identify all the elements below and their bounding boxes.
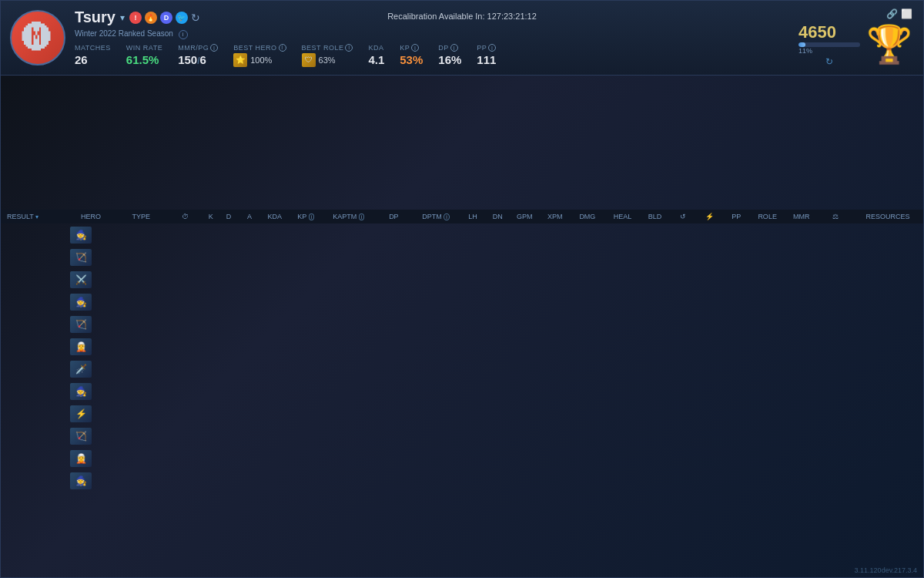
- progress-label: 11%: [798, 47, 860, 55]
- th-kp[interactable]: KP i: [290, 210, 322, 224]
- main-container: × 🅜 Tsury ▾ ! 🔥 D 🐦 ↻ Winter 2022 Ranked…: [0, 0, 924, 578]
- kda-value: 4.1: [368, 53, 384, 66]
- hero-thumbnail: 🏹: [70, 316, 92, 333]
- username: Tsury: [75, 8, 116, 26]
- stat-pp: PP i 111: [477, 44, 496, 66]
- th-d[interactable]: D: [219, 210, 239, 224]
- rank-icons: 🔗 ⬜: [886, 8, 912, 19]
- kp-label: KP i: [400, 44, 423, 52]
- stat-mmr: MMR/PG i 150/6: [178, 44, 218, 66]
- hero-thumbnail: 🧙: [70, 383, 92, 400]
- th-r1[interactable]: ↺: [669, 210, 696, 224]
- table-header-row: RESULT ▾ HERO TYPE ⏱ K D A KDA KP i KAPT…: [1, 210, 923, 224]
- stat-winrate: WIN RATE 61.5%: [126, 44, 162, 66]
- th-dp[interactable]: DP: [375, 210, 412, 224]
- rank-info: 4650 11% ↻: [798, 22, 860, 67]
- mmr-value: 150/6: [178, 53, 218, 66]
- stat-besthero: BEST HERO i ⭐ 100%: [233, 44, 286, 67]
- hero-thumbnail: ⚡: [70, 405, 92, 422]
- th-a[interactable]: A: [239, 210, 260, 224]
- discord-icon: D: [160, 12, 172, 24]
- winrate-value: 61.5%: [126, 53, 162, 66]
- th-pp[interactable]: PP: [723, 210, 750, 224]
- version-info: 3.11.120dev.217.3.4: [855, 566, 917, 574]
- fire-icon: 🔥: [145, 12, 157, 24]
- username-icons: ! 🔥 D 🐦 ↻: [129, 12, 200, 24]
- hero-thumbnail: 🧙: [70, 294, 92, 311]
- alert-icon: !: [129, 12, 142, 24]
- hero-thumbnail: 🧙: [70, 227, 92, 244]
- th-k[interactable]: K: [203, 210, 219, 224]
- rank-number: 4650: [798, 22, 860, 42]
- dropdown-chevron[interactable]: ▾: [120, 12, 125, 23]
- rank-display: 4650 11% ↻ 🏆: [798, 22, 912, 67]
- winrate-label: WIN RATE: [126, 44, 162, 52]
- dp-value: 16%: [438, 53, 461, 66]
- bestrole-value: 🛡 63%: [302, 53, 353, 67]
- hero-thumbnail: 🧝: [70, 450, 92, 467]
- hero-thumbnail: 🗡️: [70, 361, 92, 378]
- bestrole-label: BEST ROLE i: [302, 44, 353, 52]
- th-role[interactable]: ROLE: [750, 210, 785, 224]
- dp-label: DP i: [438, 44, 461, 52]
- stat-bestrole: BEST ROLE i 🛡 63%: [302, 44, 353, 67]
- stat-kda: KDA 4.1: [368, 44, 384, 66]
- besthero-icon: ⭐: [233, 53, 247, 67]
- th-mmr[interactable]: MMR: [785, 210, 819, 224]
- matches-label: MATCHES: [75, 44, 111, 52]
- th-result[interactable]: RESULT ▾: [1, 210, 67, 224]
- hero-thumbnail: 🧝: [70, 338, 92, 355]
- stats-row: MATCHES 26 WIN RATE 61.5% MMR/PG i 150/6: [75, 44, 914, 67]
- recalibration: Recalibration Available In: 127:23:21:12: [387, 12, 537, 21]
- besthero-label: BEST HERO i: [233, 44, 286, 52]
- th-r2[interactable]: ⚡: [696, 210, 723, 224]
- share-icon[interactable]: 🔗: [886, 8, 898, 19]
- th-kda[interactable]: KDA: [259, 210, 290, 224]
- header: 🅜 Tsury ▾ ! 🔥 D 🐦 ↻ Winter 2022 Ranked S…: [1, 1, 923, 76]
- rank-medal: 🏆: [866, 26, 912, 63]
- stat-matches: MATCHES 26: [75, 44, 111, 66]
- hero-thumbnail: 🏹: [70, 249, 92, 266]
- th-heal[interactable]: HEAL: [605, 210, 641, 224]
- bestrole-icon: 🛡: [302, 53, 316, 67]
- embed-icon[interactable]: ⬜: [901, 8, 912, 19]
- season-label: Winter 2022 Ranked Season i: [75, 29, 914, 39]
- twitter-icon: 🐦: [176, 12, 188, 24]
- th-dptm[interactable]: DPTM i: [412, 210, 459, 224]
- stat-dp: DP i 16%: [438, 44, 461, 66]
- mmr-label: MMR/PG i: [178, 44, 218, 52]
- th-lh[interactable]: LH: [460, 210, 487, 224]
- hero-thumbnail: 🧙: [70, 472, 92, 489]
- stat-kp: KP i 53%: [400, 44, 423, 66]
- th-time[interactable]: ⏱: [167, 210, 203, 224]
- hero-thumbnail: ⚔️: [70, 271, 92, 288]
- matches-value: 26: [75, 53, 111, 66]
- th-dmg[interactable]: DMG: [570, 210, 605, 224]
- th-kaptm[interactable]: KAPTM i: [322, 210, 375, 224]
- kda-label: KDA: [368, 44, 384, 52]
- refresh-icon[interactable]: ↻: [191, 12, 200, 24]
- refresh-rank[interactable]: ↻: [798, 56, 860, 67]
- kp-value: 53%: [400, 53, 423, 66]
- th-dn[interactable]: DN: [486, 210, 509, 224]
- th-resources[interactable]: RESOURCES: [852, 210, 923, 224]
- th-type[interactable]: TYPE: [115, 210, 167, 224]
- background: [1, 1, 923, 577]
- th-hero[interactable]: HERO: [67, 210, 115, 224]
- th-xpm[interactable]: XPM: [540, 210, 570, 224]
- hero-thumbnail: 🏹: [70, 428, 92, 445]
- pp-value: 111: [477, 53, 496, 66]
- th-bld[interactable]: BLD: [640, 210, 669, 224]
- avatar-icon: 🅜: [22, 22, 53, 53]
- besthero-value: ⭐ 100%: [233, 53, 286, 67]
- th-balance[interactable]: ⚖: [818, 210, 852, 224]
- pp-label: PP i: [477, 44, 496, 52]
- rank-area: 🔗 ⬜ 4650 11% ↻ 🏆: [798, 8, 912, 67]
- avatar: 🅜: [10, 10, 65, 66]
- th-gpm[interactable]: GPM: [509, 210, 540, 224]
